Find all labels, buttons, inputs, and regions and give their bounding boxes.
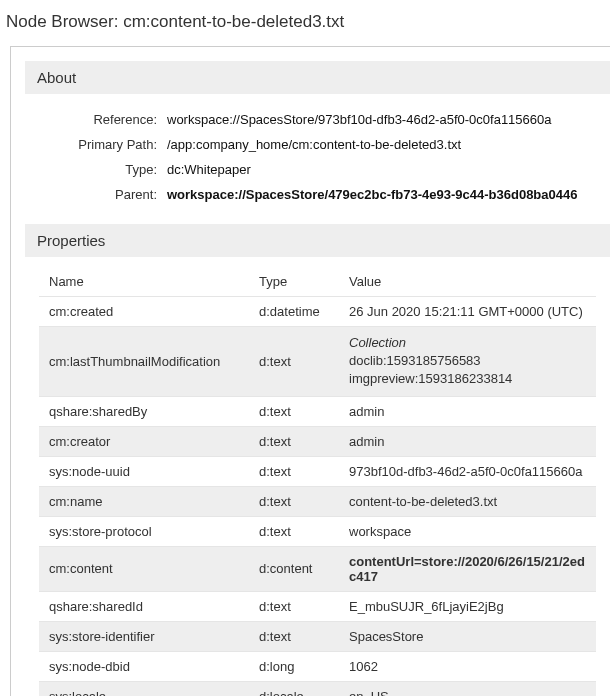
table-row: cm:createdd:datetime26 Jun 2020 15:21:11… — [39, 297, 596, 327]
about-value: dc:Whitepaper — [167, 162, 251, 177]
prop-type: d:text — [249, 486, 339, 516]
table-row: sys:node-dbidd:long1062 — [39, 651, 596, 681]
prop-name: sys:store-identifier — [39, 621, 249, 651]
prop-type: d:text — [249, 591, 339, 621]
prop-type: d:long — [249, 651, 339, 681]
prop-type: d:locale — [249, 681, 339, 696]
prop-value: workspace — [339, 516, 596, 546]
prop-name: sys:node-dbid — [39, 651, 249, 681]
prop-name: sys:store-protocol — [39, 516, 249, 546]
properties-section-header: Properties — [25, 224, 610, 257]
panel: About Reference:workspace://SpacesStore/… — [10, 46, 610, 696]
about-row: Primary Path:/app:company_home/cm:conten… — [37, 137, 598, 152]
prop-value: 973bf10d-dfb3-46d2-a5f0-0c0fa115660a — [339, 456, 596, 486]
column-header-value[interactable]: Value — [339, 267, 596, 297]
prop-value: en_US — [339, 681, 596, 696]
properties-section: Name Type Value cm:createdd:datetime26 J… — [25, 257, 610, 696]
table-row: cm:contentd:contentcontentUrl=store://20… — [39, 546, 596, 591]
prop-name: cm:lastThumbnailModification — [39, 327, 249, 397]
prop-type: d:text — [249, 516, 339, 546]
prop-name: sys:locale — [39, 681, 249, 696]
prop-type: d:text — [249, 327, 339, 397]
prop-value-line: imgpreview:1593186233814 — [349, 370, 586, 388]
prop-type: d:datetime — [249, 297, 339, 327]
about-row: Parent:workspace://SpacesStore/479ec2bc-… — [37, 187, 598, 202]
prop-name: sys:node-uuid — [39, 456, 249, 486]
about-value: /app:company_home/cm:content-to-be-delet… — [167, 137, 461, 152]
about-label: Type: — [37, 162, 167, 177]
about-section: Reference:workspace://SpacesStore/973bf1… — [25, 94, 610, 224]
prop-value: admin — [339, 396, 596, 426]
about-value: workspace://SpacesStore/479ec2bc-fb73-4e… — [167, 187, 577, 202]
prop-value: 1062 — [339, 651, 596, 681]
prop-value: 26 Jun 2020 15:21:11 GMT+0000 (UTC) — [339, 297, 596, 327]
about-section-header: About — [25, 61, 610, 94]
prop-name: qshare:sharedBy — [39, 396, 249, 426]
about-label: Parent: — [37, 187, 167, 202]
about-label: Primary Path: — [37, 137, 167, 152]
column-header-type[interactable]: Type — [249, 267, 339, 297]
prop-value-line: Collection — [349, 334, 586, 352]
page-title: Node Browser: cm:content-to-be-deleted3.… — [0, 0, 610, 46]
about-row: Reference:workspace://SpacesStore/973bf1… — [37, 112, 598, 127]
prop-value: SpacesStore — [339, 621, 596, 651]
prop-value: admin — [339, 426, 596, 456]
about-row: Type:dc:Whitepaper — [37, 162, 598, 177]
table-row: sys:node-uuidd:text973bf10d-dfb3-46d2-a5… — [39, 456, 596, 486]
properties-table: Name Type Value cm:createdd:datetime26 J… — [39, 267, 596, 696]
table-row: sys:store-identifierd:textSpacesStore — [39, 621, 596, 651]
prop-name: qshare:sharedId — [39, 591, 249, 621]
prop-value: content-to-be-deleted3.txt — [339, 486, 596, 516]
prop-type: d:content — [249, 546, 339, 591]
prop-name: cm:name — [39, 486, 249, 516]
table-row: sys:store-protocold:textworkspace — [39, 516, 596, 546]
table-row: sys:localed:localeen_US — [39, 681, 596, 696]
about-label: Reference: — [37, 112, 167, 127]
prop-value: Collectiondoclib:1593185756583imgpreview… — [339, 327, 596, 397]
prop-value-line: doclib:1593185756583 — [349, 352, 586, 370]
prop-value: contentUrl=store://2020/6/26/15/21/2edc4… — [339, 546, 596, 591]
table-row: qshare:sharedByd:textadmin — [39, 396, 596, 426]
prop-value: E_mbuSUJR_6fLjayiE2jBg — [339, 591, 596, 621]
column-header-name[interactable]: Name — [39, 267, 249, 297]
prop-type: d:text — [249, 456, 339, 486]
table-row: qshare:sharedIdd:textE_mbuSUJR_6fLjayiE2… — [39, 591, 596, 621]
prop-name: cm:content — [39, 546, 249, 591]
table-row: cm:lastThumbnailModificationd:textCollec… — [39, 327, 596, 397]
table-row: cm:named:textcontent-to-be-deleted3.txt — [39, 486, 596, 516]
table-row: cm:creatord:textadmin — [39, 426, 596, 456]
prop-type: d:text — [249, 396, 339, 426]
prop-name: cm:creator — [39, 426, 249, 456]
prop-type: d:text — [249, 621, 339, 651]
prop-type: d:text — [249, 426, 339, 456]
about-value: workspace://SpacesStore/973bf10d-dfb3-46… — [167, 112, 552, 127]
prop-name: cm:created — [39, 297, 249, 327]
